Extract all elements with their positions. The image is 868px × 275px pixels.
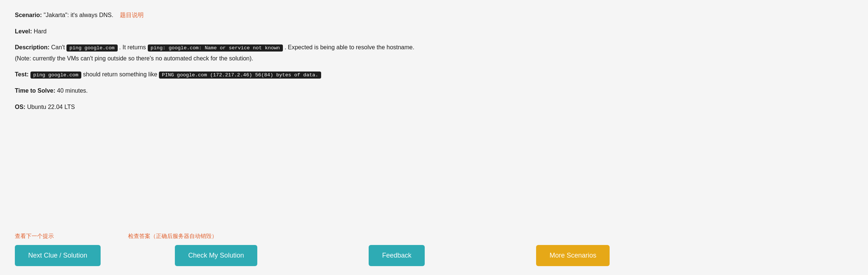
description-text-after: . Expected is being able to resolve the … (284, 44, 414, 50)
scenario-label: Scenario: (15, 12, 42, 18)
description-code2: ping: google.com: Name or service not kn… (148, 44, 283, 52)
level-value: Hard (34, 28, 47, 34)
footer: 查看下一个提示 检查答案（正确后服务器自动销毁） Next Clue / Sol… (0, 233, 868, 275)
time-row: Time to Solve: 40 minutes. (15, 86, 853, 96)
test-code1: ping google.com (30, 72, 82, 79)
scenario-link[interactable]: 题目说明 (120, 12, 144, 18)
level-label: Level: (15, 28, 32, 34)
next-clue-button[interactable]: Next Clue / Solution (15, 245, 101, 266)
scenario-row: Scenario: "Jakarta": it's always DNS. 题目… (15, 10, 853, 20)
os-value: Ubuntu 22.04 LTS (27, 104, 75, 110)
next-hint-label[interactable]: 查看下一个提示 (15, 233, 54, 240)
os-label: OS: (15, 104, 25, 110)
test-code2: PING google.com (172.217.2.46) 56(84) by… (159, 72, 321, 79)
feedback-button[interactable]: Feedback (369, 245, 425, 266)
description-label: Description: (15, 44, 49, 50)
os-row: OS: Ubuntu 22.04 LTS (15, 102, 853, 112)
description-row: Description: Can't ping google.com . It … (15, 43, 853, 63)
description-note: (Note: currently the VMs can't ping outs… (15, 54, 853, 63)
check-solution-button[interactable]: Check My Solution (175, 245, 257, 266)
scenario-value: "Jakarta": it's always DNS. (43, 12, 113, 18)
more-scenarios-button[interactable]: More Scenarios (536, 245, 610, 266)
test-label: Test: (15, 71, 29, 77)
check-answer-label[interactable]: 检查答案（正确后服务器自动销毁） (128, 233, 217, 240)
time-label: Time to Solve: (15, 87, 55, 94)
main-content: Scenario: "Jakarta": it's always DNS. 题目… (0, 0, 868, 233)
description-text-middle: . It returns (119, 44, 146, 50)
buttons-row: Next Clue / Solution Check My Solution F… (15, 245, 853, 266)
level-row: Level: Hard (15, 27, 853, 36)
description-code1: ping google.com (66, 44, 118, 52)
hint-row: 查看下一个提示 检查答案（正确后服务器自动销毁） (15, 233, 853, 240)
description-text-before: Can't (51, 44, 65, 50)
time-value: 40 minutes. (57, 87, 88, 94)
test-text-middle: should return something like (83, 71, 157, 77)
test-row: Test: ping google.com should return some… (15, 70, 853, 79)
